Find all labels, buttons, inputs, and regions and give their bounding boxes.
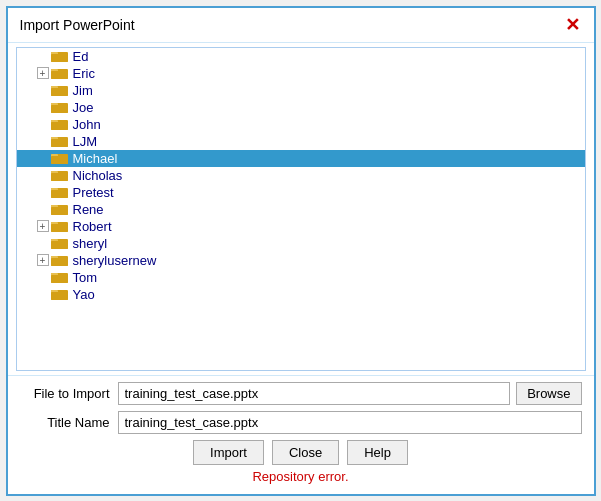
folder-icon-nicholas [51,168,69,182]
folder-icon-robert [51,219,69,233]
tree-item-nicholas[interactable]: Nicholas [17,167,585,184]
svg-rect-38 [51,258,68,266]
tree-item-eric[interactable]: + Eric [17,65,585,82]
tree-item-label-jim: Jim [73,83,93,98]
folder-icon-pretest [51,185,69,199]
svg-rect-8 [51,88,68,96]
svg-rect-11 [51,105,68,113]
folder-icon-rene [51,202,69,216]
tree-item-michael[interactable]: Michael [17,150,585,167]
folder-icon-john [51,117,69,131]
folder-icon-ed [51,49,69,63]
folder-tree[interactable]: Ed+ Eric Jim Joe John LJM Michael [16,47,586,371]
folder-icon-sherylusernew [51,253,69,267]
tree-item-label-ljm: LJM [73,134,98,149]
folder-icon-eric [51,66,69,80]
svg-rect-17 [51,139,68,147]
expand-icon-sherylusernew[interactable]: + [37,254,49,266]
tree-item-label-nicholas: Nicholas [73,168,123,183]
svg-rect-5 [51,71,68,79]
tree-item-label-tom: Tom [73,270,98,285]
tree-item-label-ed: Ed [73,49,89,64]
svg-rect-29 [51,207,68,215]
import-powerpoint-dialog: Import PowerPoint ✕ Ed+ Eric Jim Joe Joh… [6,6,596,496]
import-button[interactable]: Import [193,440,264,465]
help-button[interactable]: Help [347,440,408,465]
folder-icon-yao [51,287,69,301]
tree-item-sheryl[interactable]: sheryl [17,235,585,252]
tree-item-john[interactable]: John [17,116,585,133]
tree-item-jim[interactable]: Jim [17,82,585,99]
tree-item-label-rene: Rene [73,202,104,217]
tree-item-label-joe: Joe [73,100,94,115]
file-to-import-row: File to Import Browse [20,382,582,405]
tree-item-yao[interactable]: Yao [17,286,585,303]
title-bar: Import PowerPoint ✕ [8,8,594,43]
folder-icon-tom [51,270,69,284]
expand-icon-robert[interactable]: + [37,220,49,232]
browse-button[interactable]: Browse [516,382,581,405]
close-button[interactable]: Close [272,440,339,465]
folder-icon-joe [51,100,69,114]
dialog-close-button[interactable]: ✕ [563,16,582,34]
tree-item-label-michael: Michael [73,151,118,166]
expand-icon-eric[interactable]: + [37,67,49,79]
folder-icon-jim [51,83,69,97]
tree-item-sherylusernew[interactable]: + sherylusernew [17,252,585,269]
tree-item-label-robert: Robert [73,219,112,234]
svg-rect-20 [51,156,68,164]
form-area: File to Import Browse Title Name Import … [8,375,594,494]
svg-rect-32 [51,224,68,232]
svg-rect-2 [51,54,68,62]
file-to-import-input[interactable] [118,382,511,405]
tree-item-ljm[interactable]: LJM [17,133,585,150]
tree-item-label-pretest: Pretest [73,185,114,200]
svg-rect-41 [51,275,68,283]
folder-icon-michael [51,151,69,165]
title-name-row: Title Name [20,411,582,434]
error-message: Repository error. [20,469,582,484]
tree-item-joe[interactable]: Joe [17,99,585,116]
title-name-input[interactable] [118,411,582,434]
file-to-import-label: File to Import [20,386,110,401]
svg-rect-14 [51,122,68,130]
tree-item-pretest[interactable]: Pretest [17,184,585,201]
svg-rect-26 [51,190,68,198]
tree-item-label-yao: Yao [73,287,95,302]
tree-item-ed[interactable]: Ed [17,48,585,65]
svg-rect-44 [51,292,68,300]
svg-rect-35 [51,241,68,249]
dialog-title: Import PowerPoint [20,17,135,33]
tree-item-label-sherylusernew: sherylusernew [73,253,157,268]
tree-item-label-eric: Eric [73,66,95,81]
tree-item-robert[interactable]: + Robert [17,218,585,235]
folder-icon-ljm [51,134,69,148]
folder-icon-sheryl [51,236,69,250]
svg-rect-23 [51,173,68,181]
tree-item-rene[interactable]: Rene [17,201,585,218]
tree-item-label-john: John [73,117,101,132]
button-row: Import Close Help [20,440,582,465]
tree-item-tom[interactable]: Tom [17,269,585,286]
title-name-label: Title Name [20,415,110,430]
tree-item-label-sheryl: sheryl [73,236,108,251]
